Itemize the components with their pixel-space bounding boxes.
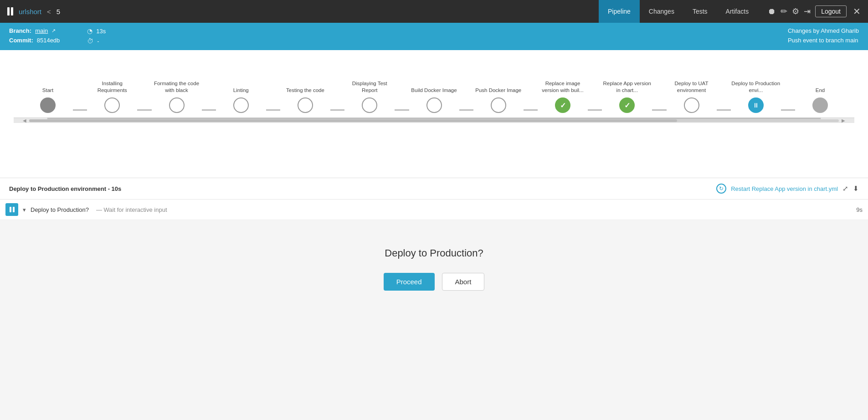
scroll-left-arrow[interactable]: ◀ (23, 118, 26, 123)
stage-circle[interactable]: ⏸ (748, 97, 764, 113)
pipeline-stage[interactable]: Testing the code (280, 77, 330, 113)
tab-changes[interactable]: Changes (640, 0, 683, 23)
log-time: 9s (856, 206, 863, 213)
stage-connector (588, 109, 602, 111)
tab-pipeline[interactable]: Pipeline (599, 0, 640, 23)
changes-info: Changes by Ahmed Gharib Push event to br… (788, 27, 859, 44)
download-icon[interactable]: ⬇ (853, 184, 859, 193)
restart-link[interactable]: Restart Replace App version in chart.yml (731, 185, 838, 192)
pipeline-stage[interactable]: Displaying Test Report (344, 77, 395, 113)
pipeline-stage[interactable]: Push Docker Image (473, 77, 524, 113)
pipeline-stage[interactable]: Deploy to Production envi...⏸ (731, 77, 781, 113)
interactive-buttons: Proceed Abort (384, 273, 485, 291)
timing-info: ◔ 13s ⏱ - (87, 27, 106, 45)
schedule-row: ⏱ - (87, 37, 106, 45)
deploy-title: Deploy to Production environment - 10s (9, 185, 121, 192)
settings-icon[interactable]: ⚙ (792, 6, 799, 16)
log-wait-text: — Wait for interactive input (96, 206, 167, 213)
stage-label: Formating the code with black (152, 77, 202, 94)
pause-icon[interactable] (7, 7, 13, 15)
close-button[interactable]: ✕ (853, 6, 861, 17)
stage-label: Displaying Test Report (344, 77, 395, 94)
schedule-value: - (97, 38, 99, 45)
logout-button[interactable]: Logout (815, 5, 847, 17)
pipeline-stage[interactable]: Deploy to UAT environment (667, 77, 717, 113)
stage-connector (202, 109, 216, 111)
stage-connector (652, 109, 666, 111)
proceed-button[interactable]: Proceed (384, 273, 435, 291)
stage-connector (459, 109, 473, 111)
record-icon[interactable]: ⏺ (768, 7, 776, 16)
commit-label: Commit: (9, 37, 33, 44)
stage-circle[interactable] (491, 97, 506, 113)
duration-row: ◔ 13s (87, 27, 106, 35)
stage-circle[interactable] (298, 97, 313, 113)
deploy-header: Deploy to Production environment - 10s ↻… (0, 178, 868, 200)
pipeline-scroll-wrapper: StartInstalling RequirmentsFormating the… (14, 59, 854, 118)
stage-circle[interactable] (40, 97, 56, 113)
stage-connector (524, 109, 538, 111)
stage-label: Start (42, 77, 53, 94)
commit-value: 8514edb (37, 37, 60, 44)
stage-label: Replace App version in chart... (602, 77, 652, 94)
exit-icon[interactable]: ⇥ (804, 6, 811, 16)
stage-circle[interactable] (684, 97, 699, 113)
stage-label: Replace image version with buil... (538, 77, 588, 94)
abort-button[interactable]: Abort (442, 273, 485, 291)
horizontal-scrollbar[interactable]: ◀ ▶ (14, 118, 854, 123)
stage-circle[interactable] (426, 97, 442, 113)
bottom-section: Deploy to Production environment - 10s ↻… (0, 178, 868, 318)
scroll-right-arrow[interactable]: ▶ (842, 118, 845, 123)
schedule-icon: ⏱ (87, 37, 93, 45)
pipeline-stage[interactable]: Installing Requirments (87, 77, 137, 113)
stage-connector (266, 109, 280, 111)
pipeline-stage[interactable]: Build Docker Image (409, 77, 459, 113)
stage-label: Push Docker Image (475, 77, 521, 94)
nav-separator: < (47, 8, 51, 15)
stage-connector (395, 109, 409, 111)
nav-tabs: Pipeline Changes Tests Artifacts (599, 0, 758, 23)
open-external-icon[interactable]: ⤢ (842, 184, 848, 193)
stage-circle[interactable] (104, 97, 120, 113)
stage-circle[interactable] (233, 97, 249, 113)
pipeline-stage[interactable]: End (795, 77, 845, 113)
project-link[interactable]: urlshort (19, 8, 41, 15)
stage-circle[interactable] (362, 97, 377, 113)
stage-circle[interactable]: ✓ (555, 97, 570, 113)
pipeline-stage[interactable]: Formating the code with black (152, 77, 202, 113)
check-icon: ✓ (624, 101, 630, 110)
pipeline-stage[interactable]: Replace image version with buil...✓ (538, 77, 588, 113)
stages-container: StartInstalling RequirmentsFormating the… (14, 59, 854, 118)
clock-circle-icon: ◔ (87, 27, 92, 35)
stage-label: Build Docker Image (411, 77, 457, 94)
branch-value[interactable]: main (35, 27, 48, 34)
external-link-icon: ↗ (51, 28, 56, 34)
stage-connector (330, 109, 344, 111)
edit-icon[interactable]: ✏ (781, 6, 787, 16)
meta-info: Branch: main ↗ Commit: 8514edb (9, 27, 60, 44)
pipeline-stage[interactable]: Start (23, 77, 73, 113)
scrollbar-thumb[interactable] (29, 119, 677, 122)
pipeline-stage[interactable]: Replace App version in chart...✓ (602, 77, 652, 113)
branch-row: Branch: main ↗ (9, 27, 60, 34)
sub-header: Branch: main ↗ Commit: 8514edb ◔ 13s ⏱ -… (0, 23, 868, 50)
deploy-actions: ↻ Restart Replace App version in chart.y… (716, 184, 859, 194)
stage-connector (73, 109, 87, 111)
log-pause-button[interactable] (5, 203, 18, 216)
nav-icons: ⏺ ✏ ⚙ ⇥ Logout ✕ (768, 5, 861, 17)
stage-circle[interactable]: ✓ (619, 97, 635, 113)
interactive-question: Deploy to Production? (385, 247, 483, 259)
tab-tests[interactable]: Tests (683, 0, 717, 23)
branch-label: Branch: (9, 27, 31, 34)
tab-artifacts[interactable]: Artifacts (717, 0, 758, 23)
chevron-down-icon[interactable]: ▾ (23, 206, 26, 213)
scrollbar-track[interactable] (29, 119, 839, 122)
stage-connector (781, 109, 795, 111)
pipeline-stage[interactable]: Linting (216, 77, 266, 113)
stage-circle[interactable] (812, 97, 828, 113)
stage-circle[interactable] (169, 97, 185, 113)
stage-connector (717, 109, 731, 111)
build-number: 5 (56, 8, 60, 15)
commit-row: Commit: 8514edb (9, 37, 60, 44)
log-row: ▾ Deploy to Production? — Wait for inter… (0, 200, 868, 220)
